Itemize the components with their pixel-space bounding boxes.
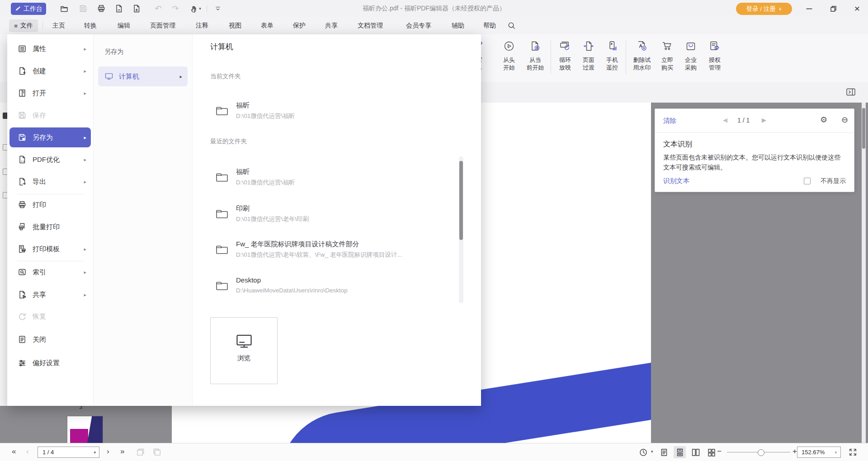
menu-convert[interactable]: 转换	[84, 22, 97, 30]
dismiss-checkbox[interactable]	[804, 178, 811, 186]
browse-button[interactable]: 浏览	[210, 317, 278, 384]
ribbon-remove-watermark[interactable]: 删除试 用水印	[628, 39, 656, 71]
vertical-scrollbar[interactable]	[862, 103, 866, 443]
gear-icon[interactable]: ⚙	[820, 115, 827, 125]
open-folder-icon[interactable]	[58, 3, 71, 14]
minimize-button[interactable]	[802, 3, 816, 14]
clear-link[interactable]: 清除	[663, 117, 676, 125]
menu-bar: ≡ 文件 主页 转换 编辑 页面管理 注释 视图 表单 保护 共享 文档管理 会…	[0, 17, 868, 35]
file-menu-item-create[interactable]: 创建 ▸	[9, 61, 91, 81]
recent-folders-label: 最近的文件夹	[210, 137, 247, 146]
ribbon-license-manage[interactable]: 授权 管理	[702, 39, 727, 71]
grid-view-icon[interactable]	[705, 446, 717, 458]
file-menu-item-preferences[interactable]: 偏好设置	[9, 353, 91, 373]
continuous-view-icon[interactable]	[674, 446, 686, 458]
ribbon-buy-now[interactable]: 立即 购买	[655, 39, 680, 71]
file-menu-item-pdf-optimize[interactable]: PDF优化 ▸	[9, 150, 91, 169]
submenu-arrow-icon: ▸	[84, 246, 86, 252]
menu-home[interactable]: 主页	[52, 22, 65, 30]
file-menu-item-restore[interactable]: 恢复	[9, 306, 91, 326]
undo-icon[interactable]: ↶	[152, 3, 165, 14]
fullscreen-icon[interactable]	[848, 447, 858, 457]
menu-share[interactable]: 共享	[325, 22, 338, 30]
save-as-computer-item[interactable]: 计算机 ▸	[98, 66, 188, 86]
zoom-level-box[interactable]: 152.67% ▾	[797, 447, 841, 458]
close-button[interactable]: ×	[850, 3, 864, 14]
file-menu-item-export[interactable]: 导出 ▸	[9, 172, 91, 192]
login-register-button[interactable]: 登录 / 注册 ∨	[736, 3, 792, 15]
next-page-icon[interactable]: ▶	[762, 117, 766, 123]
ribbon-play-from-start[interactable]: 从头 开始	[496, 39, 522, 71]
buy-now-icon	[655, 39, 680, 53]
share-icon	[17, 290, 27, 300]
scrollbar-thumb[interactable]	[459, 161, 463, 240]
page-thumbnail[interactable]	[67, 416, 103, 443]
recognize-text-link[interactable]: 识别文本	[663, 177, 689, 185]
folder-row-recent[interactable]: 福昕 D:\01微信代运营\福昕	[211, 167, 464, 192]
redo-icon[interactable]: ↷	[169, 3, 182, 14]
scrollbar-thumb[interactable]	[862, 108, 865, 149]
zoom-in-button[interactable]: +	[793, 447, 797, 456]
menu-view[interactable]: 视图	[229, 22, 241, 30]
menu-edit[interactable]: 编辑	[118, 22, 130, 30]
prev-view-icon[interactable]	[136, 447, 145, 457]
ribbon-loop-playback[interactable]: 循环 放映	[552, 39, 578, 71]
menu-protect[interactable]: 保护	[293, 22, 306, 30]
last-page-icon[interactable]: »	[120, 447, 124, 456]
next-view-icon[interactable]	[152, 447, 162, 457]
customize-toolbar-icon[interactable]	[212, 3, 224, 14]
zoom-slider-thumb[interactable]	[758, 449, 764, 456]
menu-member[interactable]: 会员专享	[406, 22, 431, 30]
search-icon[interactable]	[507, 21, 516, 30]
file-menu-item-print-template[interactable]: 打印模板 ▸	[9, 239, 91, 259]
prev-page-icon[interactable]: ◀	[723, 117, 727, 123]
ribbon-play-from-current[interactable]: 从当 前开始	[523, 39, 548, 71]
folder-row-current[interactable]: 福昕 D:\01微信代运营\福昕	[211, 100, 464, 126]
ribbon-phone-remote[interactable]: 手机 遥控	[599, 39, 625, 71]
file-menu-item-save[interactable]: 保存	[9, 105, 91, 125]
remove-page-icon[interactable]	[113, 3, 125, 14]
workspace-button[interactable]: 工作台	[11, 3, 46, 15]
facing-view-icon[interactable]	[689, 446, 702, 458]
save-icon[interactable]	[77, 3, 90, 14]
zoom-out-button[interactable]: −	[717, 447, 722, 456]
folder-row-recent[interactable]: Desktop D:\HuaweiMoveData\Users\rinro\De…	[211, 275, 464, 301]
file-menu-item-close[interactable]: 关闭	[9, 329, 91, 349]
collapse-icon[interactable]: ⊖	[841, 115, 848, 125]
panel-toggle-icon[interactable]	[845, 87, 856, 98]
file-menu-item-save-as[interactable]: 另存为 ▸	[9, 127, 91, 147]
menu-file[interactable]: ≡ 文件	[9, 19, 38, 32]
hamburger-icon: ≡	[14, 23, 18, 29]
menu-page-manage[interactable]: 页面管理	[150, 22, 175, 30]
ribbon-page-transition[interactable]: 页面 过渡	[576, 39, 601, 71]
ribbon-enterprise-purchase[interactable]: 企业 采购	[678, 39, 703, 71]
panel-icon-sliver[interactable]	[3, 113, 7, 119]
login-label: 登录 / 注册	[746, 5, 776, 13]
restore-button[interactable]	[826, 3, 840, 14]
page-number-box[interactable]: 1 / 4 ▾	[38, 447, 99, 458]
file-menu-item-index[interactable]: 索引 ▸	[9, 262, 91, 282]
dropdown-caret-icon[interactable]: ▾	[651, 449, 653, 454]
folder-list-scrollbar[interactable]	[459, 156, 463, 303]
file-menu-item-print[interactable]: 打印	[9, 195, 91, 215]
file-menu-item-batch-print[interactable]: 批量打印	[9, 217, 91, 237]
menu-doc-manage[interactable]: 文档管理	[358, 22, 383, 30]
folder-row-recent[interactable]: 印刷 D:\01微信代运营\老年\印刷	[211, 203, 464, 229]
menu-form[interactable]: 表单	[261, 22, 274, 30]
save-as-column: 另存为 计算机 ▸	[94, 34, 193, 406]
next-page-icon[interactable]: ›	[107, 447, 109, 456]
single-page-view-icon[interactable]	[658, 446, 670, 458]
new-doc-icon[interactable]	[130, 3, 143, 14]
menu-comment[interactable]: 注释	[196, 22, 208, 30]
file-menu-item-share[interactable]: 共享 ▸	[9, 285, 91, 305]
print-icon[interactable]	[95, 3, 108, 14]
folder-row-recent[interactable]: Fw_ 老年医院标识牌项目设计稿文件部分 D:\01微信代运营\老年\软装、\F…	[211, 239, 464, 264]
prev-page-icon[interactable]: ‹	[26, 447, 29, 456]
reading-history-icon[interactable]	[639, 448, 648, 457]
menu-assist[interactable]: 辅助	[452, 22, 464, 30]
hand-tool-icon[interactable]: ▾	[186, 3, 204, 14]
file-menu-item-properties[interactable]: 属性 ▸	[9, 39, 91, 59]
file-menu-item-open[interactable]: 打开 ▸	[9, 83, 91, 103]
menu-help[interactable]: 帮助	[483, 22, 496, 30]
first-page-icon[interactable]: «	[12, 447, 16, 456]
